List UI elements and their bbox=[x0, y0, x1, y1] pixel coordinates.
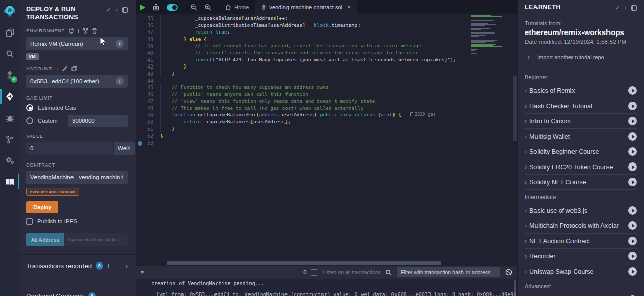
tutorial-item[interactable]: ›Multisig Wallet bbox=[525, 129, 637, 144]
run-script-button[interactable] bbox=[136, 0, 149, 14]
git-icon[interactable] bbox=[0, 130, 19, 148]
chevron-right-icon[interactable]: › bbox=[126, 262, 128, 270]
copilot-toggle[interactable] bbox=[167, 4, 178, 11]
line-number[interactable]: 52 bbox=[136, 133, 160, 139]
play-tutorial-button[interactable] bbox=[628, 102, 637, 110]
close-tab-icon[interactable]: × bbox=[347, 4, 351, 11]
code-editor[interactable]: 35_cupcakeBalances[userAddress]++;36_cup… bbox=[136, 14, 517, 261]
trash-icon[interactable] bbox=[92, 28, 97, 34]
tab-file[interactable]: vending-machine-contract.sol × bbox=[255, 0, 357, 14]
search-icon[interactable] bbox=[0, 45, 19, 62]
listen-transactions-checkbox[interactable] bbox=[311, 269, 317, 276]
import-tutorial-repo[interactable]: › Import another tutorial repo bbox=[525, 52, 637, 70]
play-tutorial-button[interactable] bbox=[628, 132, 637, 141]
tutorial-item[interactable]: ›Recorder bbox=[525, 249, 637, 264]
solidity-compiler-icon[interactable]: ✓ bbox=[0, 67, 19, 84]
collapse-panel-icon[interactable]: › bbox=[625, 4, 627, 11]
remix-logo-icon[interactable] bbox=[0, 3, 19, 20]
account-select[interactable]: 0x5B3...eddC4 (100 ether) ▲▼ bbox=[26, 75, 128, 88]
line-number[interactable]: 45 bbox=[136, 85, 160, 90]
play-tutorial-button[interactable] bbox=[628, 86, 637, 95]
editor-vertical-scrollbar[interactable] bbox=[513, 76, 517, 141]
line-number[interactable]: 51 bbox=[136, 126, 160, 132]
edit-icon[interactable] bbox=[62, 65, 68, 71]
at-address-button[interactable]: At Address bbox=[26, 233, 64, 246]
environment-select[interactable]: Remix VM (Cancun) ▲▼ bbox=[26, 37, 128, 50]
line-number[interactable]: 40 bbox=[136, 50, 160, 56]
play-tutorial-button[interactable] bbox=[628, 252, 637, 260]
breakpoint-dot[interactable] bbox=[138, 141, 142, 146]
terminal-search-icon[interactable] bbox=[385, 269, 392, 276]
tutorial-item[interactable]: ›Basic use of web3.js bbox=[525, 203, 637, 218]
line-number[interactable]: 41 bbox=[136, 57, 160, 63]
tutorial-item[interactable]: ›Solidity NFT Course bbox=[525, 175, 637, 190]
value-unit-select[interactable]: Wei ▲▼ bbox=[114, 142, 135, 155]
contract-select[interactable]: VendingMachine - vending-machin ▲▼ bbox=[26, 171, 128, 184]
transaction-filter-input[interactable] bbox=[397, 267, 500, 277]
transactions-recorded-row[interactable]: Transactions recorded 0 i › bbox=[26, 255, 128, 277]
copy-icon[interactable] bbox=[71, 65, 77, 71]
play-tutorial-button[interactable] bbox=[628, 267, 637, 276]
play-tutorial-button[interactable] bbox=[628, 178, 637, 186]
tutorial-item[interactable]: ›Solidity ERC20 Token Course bbox=[525, 159, 637, 175]
play-tutorial-button[interactable] bbox=[628, 237, 637, 245]
publish-ipfs-checkbox[interactable] bbox=[26, 218, 33, 225]
line-number[interactable]: 37 bbox=[136, 29, 160, 35]
line-number[interactable]: 39 bbox=[136, 44, 160, 49]
value-input[interactable] bbox=[26, 142, 113, 155]
line-number[interactable]: 48 bbox=[136, 106, 160, 111]
debugger-icon[interactable] bbox=[0, 109, 19, 126]
settings-icon[interactable] bbox=[0, 152, 19, 169]
line-number[interactable]: 36 bbox=[136, 23, 160, 28]
play-tutorial-button[interactable] bbox=[628, 162, 637, 171]
clear-terminal-icon[interactable] bbox=[505, 269, 512, 276]
tutorial-item[interactable]: ›Solidity Beginner Course bbox=[525, 144, 637, 159]
tutorial-item[interactable]: ›Intro to Circom bbox=[525, 114, 637, 129]
deploy-button[interactable]: Deploy bbox=[26, 201, 58, 213]
expand-terminal-icon[interactable]: » bbox=[139, 271, 146, 274]
line-number[interactable]: 43 bbox=[136, 71, 160, 77]
play-tutorial-button[interactable] bbox=[628, 117, 637, 125]
scrollbar-thumb[interactable] bbox=[167, 261, 441, 265]
plus-icon[interactable]: + bbox=[55, 65, 59, 72]
collapse-panel-icon[interactable]: › bbox=[116, 6, 118, 13]
editor-horizontal-scrollbar[interactable] bbox=[136, 261, 517, 266]
terminal-scrollbar[interactable] bbox=[514, 280, 516, 293]
zoom-out-icon[interactable] bbox=[187, 0, 201, 14]
line-number[interactable]: 35 bbox=[136, 16, 160, 21]
pin-panel-icon[interactable] bbox=[122, 7, 128, 13]
line-number[interactable]: 42 bbox=[136, 64, 160, 70]
terminal-logs[interactable]: creation of VendingMachine pending... [v… bbox=[136, 279, 517, 296]
plug-icon[interactable] bbox=[68, 28, 74, 34]
file-explorer-icon[interactable] bbox=[0, 24, 19, 41]
tutorial-item[interactable]: ›Uniswap Swap Course bbox=[525, 264, 637, 279]
estimated-gas-radio[interactable] bbox=[26, 104, 33, 111]
pin-panel-icon[interactable] bbox=[631, 5, 637, 11]
fork-icon[interactable] bbox=[83, 28, 88, 34]
learneth-book-icon[interactable] bbox=[0, 173, 19, 190]
zoom-in-icon[interactable] bbox=[201, 0, 215, 14]
custom-gas-input[interactable] bbox=[68, 115, 128, 127]
line-number[interactable]: 49 bbox=[136, 113, 160, 118]
minimap[interactable] bbox=[471, 15, 510, 55]
line-number[interactable]: 38 bbox=[136, 37, 160, 42]
info-icon[interactable]: i bbox=[108, 262, 109, 269]
custom-gas-radio[interactable] bbox=[26, 117, 33, 124]
deploy-run-icon[interactable] bbox=[0, 88, 19, 105]
at-address-input[interactable] bbox=[64, 233, 128, 246]
line-number[interactable]: 50 bbox=[136, 119, 160, 125]
tutorial-item[interactable]: ›All about Proxy Contracts bbox=[525, 292, 637, 296]
tutorial-item[interactable]: ›Basics of Remix bbox=[525, 83, 637, 98]
ai-assistant-icon[interactable] bbox=[149, 0, 163, 14]
tutorial-item[interactable]: ›NFT Auction Contract bbox=[525, 234, 637, 249]
line-number[interactable]: 47 bbox=[136, 98, 160, 104]
line-number[interactable]: 53 bbox=[136, 140, 160, 146]
play-tutorial-button[interactable] bbox=[628, 147, 637, 156]
info-icon[interactable]: i bbox=[78, 28, 80, 34]
line-number[interactable]: 46 bbox=[136, 92, 160, 97]
play-tutorial-button[interactable] bbox=[628, 206, 637, 215]
tab-home[interactable]: Home bbox=[219, 0, 255, 14]
play-tutorial-button[interactable] bbox=[628, 221, 637, 230]
tutorial-item[interactable]: ›Hash Checker Tutorial bbox=[525, 98, 637, 114]
tutorial-item[interactable]: ›Multichain Protocols with Axelar bbox=[525, 218, 637, 234]
